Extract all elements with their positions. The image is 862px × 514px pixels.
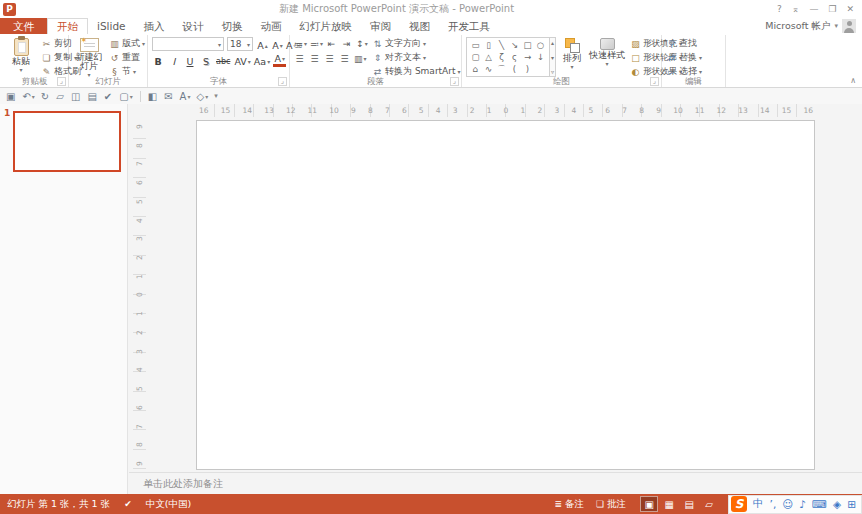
font-color-button[interactable]: A▾: [273, 53, 286, 67]
collapse-ribbon-icon[interactable]: ∧: [850, 76, 856, 85]
dialog-launcher-icon[interactable]: ⌟: [650, 77, 659, 86]
ime-chinese-mode-icon[interactable]: 中: [753, 497, 764, 511]
shape-icon[interactable]: ↓: [534, 51, 547, 63]
shape-icon[interactable]: ○: [534, 39, 547, 51]
shape-icon[interactable]: ◇ ▾: [194, 89, 210, 103]
shape-icon[interactable]: ): [521, 63, 534, 75]
new-presentation-icon[interactable]: ▢ ▾: [117, 89, 134, 103]
slide-thumbnail[interactable]: [13, 111, 121, 172]
tab-home[interactable]: 开始: [47, 18, 88, 34]
line-spacing-button[interactable]: ↕▾: [356, 37, 368, 50]
tab-animations[interactable]: 动画: [252, 18, 291, 34]
align-text-button[interactable]: ⇕ 对齐文本 ▾: [372, 51, 461, 64]
open-icon[interactable]: ◧: [146, 89, 160, 103]
shape-icon[interactable]: (: [508, 63, 521, 75]
ime-toolbox-icon[interactable]: ⊞: [847, 498, 856, 510]
slide-sorter-view-button[interactable]: ▦: [660, 496, 678, 512]
account-button[interactable]: Microsoft 帐户 ▾: [765, 18, 856, 34]
ime-skin-icon[interactable]: ◈: [833, 498, 841, 510]
ime-punctuation-icon[interactable]: ’,: [770, 498, 777, 510]
shrink-font-button[interactable]: A▾: [271, 38, 284, 51]
justify-button[interactable]: ☰: [339, 52, 351, 65]
increase-indent-button[interactable]: ⇥: [341, 37, 353, 50]
grow-font-button[interactable]: A▴: [256, 38, 269, 51]
align-left-button[interactable]: ☰: [294, 52, 306, 65]
tab-design[interactable]: 设计: [174, 18, 213, 34]
qat-separator[interactable]: [140, 91, 141, 102]
tab-insert[interactable]: 插入: [135, 18, 174, 34]
shape-icon[interactable]: ∿: [482, 63, 495, 75]
columns-button[interactable]: ▥▾: [354, 52, 367, 65]
start-slideshow-icon[interactable]: ▱: [54, 89, 67, 103]
dialog-launcher-icon[interactable]: ⌟: [278, 77, 287, 86]
gallery-scroll-icon[interactable]: ▿: [551, 68, 554, 75]
bold-button[interactable]: B: [152, 54, 165, 67]
shape-icon[interactable]: ⌒: [495, 63, 508, 75]
print-preview-icon[interactable]: ◫: [69, 89, 83, 103]
paste-button[interactable]: 粘贴 ▾: [5, 37, 37, 73]
tab-developer[interactable]: 开发工具: [439, 18, 499, 34]
tab-islide[interactable]: iSlide: [88, 18, 135, 34]
reset-button[interactable]: ↺ 重置: [109, 51, 145, 64]
proofing-icon[interactable]: ✔: [124, 499, 132, 509]
char-spacing-button[interactable]: AV▾: [234, 54, 250, 67]
shape-icon[interactable]: △: [482, 51, 495, 63]
ime-emoji-icon[interactable]: ☺: [782, 498, 793, 510]
dialog-launcher-icon[interactable]: ⌟: [450, 77, 459, 86]
shape-icon[interactable]: ζ: [495, 51, 508, 63]
font-color-icon[interactable]: A ▾: [178, 89, 193, 103]
numbering-button[interactable]: ≕▾: [310, 37, 323, 50]
shape-icon[interactable]: ς: [508, 51, 521, 63]
shape-icon[interactable]: ▯: [482, 39, 495, 51]
language-button[interactable]: 中文(中国): [146, 498, 191, 511]
close-icon[interactable]: ✕: [846, 4, 854, 14]
gallery-scroll-icon[interactable]: ▴: [551, 39, 554, 46]
restore-icon[interactable]: ❐: [828, 4, 836, 14]
redo-icon[interactable]: ↻: [39, 89, 52, 103]
italic-button[interactable]: I: [168, 54, 181, 67]
layout-button[interactable]: ▥ 版式 ▾: [109, 37, 145, 50]
sogou-ime-logo[interactable]: S: [731, 496, 747, 512]
comments-toggle-button[interactable]: 批注 ❏ 批注: [596, 498, 626, 511]
save-icon[interactable]: ▣: [4, 89, 18, 103]
shape-icon[interactable]: ▭: [469, 39, 482, 51]
tab-view[interactable]: 视图: [400, 18, 439, 34]
text-shadow-button[interactable]: S: [200, 54, 213, 67]
tab-review[interactable]: 审阅: [361, 18, 400, 34]
shape-icon[interactable]: ╲: [495, 39, 508, 51]
slideshow-view-button[interactable]: ▱: [700, 496, 718, 512]
gallery-scroll-icon[interactable]: ▾: [551, 54, 554, 61]
help-icon[interactable]: ?: [777, 4, 782, 14]
dialog-launcher-icon[interactable]: ⌟: [57, 77, 66, 86]
shape-icon[interactable]: ↘: [508, 39, 521, 51]
font-name-combobox[interactable]: ▾: [152, 37, 224, 51]
decrease-indent-button[interactable]: ⇤: [326, 37, 338, 50]
strikethrough-button[interactable]: abc: [216, 54, 231, 67]
tab-transitions[interactable]: 切换: [213, 18, 252, 34]
ribbon-display-options-icon[interactable]: ⌅: [792, 4, 800, 14]
ime-voice-icon[interactable]: ♪: [799, 498, 806, 510]
underline-button[interactable]: U: [184, 54, 197, 67]
undo-icon[interactable]: ↶ ▾: [20, 89, 36, 103]
spelling-icon[interactable]: ✔: [102, 89, 115, 103]
shape-icon[interactable]: ▢: [469, 51, 482, 63]
tab-slideshow[interactable]: 幻灯片放映: [291, 18, 362, 34]
slide-canvas[interactable]: [196, 120, 815, 470]
replace-button[interactable]: ⇄ 替换 ▾: [666, 51, 702, 64]
text-direction-button[interactable]: ⇅ 文字方向 ▾: [372, 37, 461, 50]
tab-file[interactable]: 文件: [0, 18, 47, 34]
shape-icon[interactable]: ⌂: [469, 63, 482, 75]
shape-icon[interactable]: →: [521, 51, 534, 63]
font-size-combobox[interactable]: 18▾: [227, 37, 253, 51]
normal-view-button[interactable]: ▣: [640, 496, 658, 512]
align-center-button[interactable]: ☰: [309, 52, 321, 65]
arrange-button[interactable]: 排列 ▾: [560, 37, 584, 70]
customize-qat-icon[interactable]: ▾: [212, 89, 221, 103]
minimize-icon[interactable]: —: [809, 4, 818, 14]
align-right-button[interactable]: ☰: [324, 52, 336, 65]
shape-icon[interactable]: □: [521, 39, 534, 51]
avatar[interactable]: [842, 19, 856, 33]
email-icon[interactable]: ✉: [162, 89, 175, 103]
ime-keyboard-icon[interactable]: ⌨: [812, 498, 827, 510]
notes-toggle-button[interactable]: ≣ 备注: [554, 498, 584, 511]
